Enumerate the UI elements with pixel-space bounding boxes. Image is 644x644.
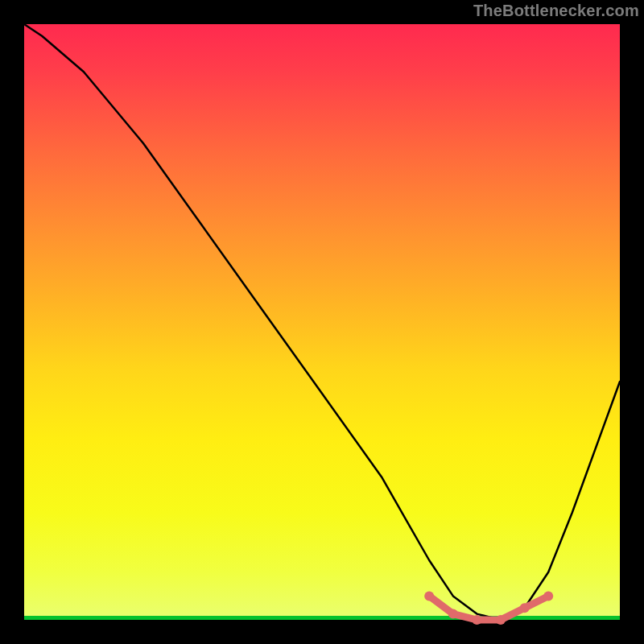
optimal-dot [424, 591, 434, 601]
bottleneck-curve [24, 24, 620, 620]
optimal-dot [448, 609, 458, 619]
plot-area [24, 24, 620, 620]
optimal-dot [472, 615, 481, 625]
optimal-dot [543, 591, 553, 601]
curve-svg [24, 24, 620, 620]
attribution-label: TheBottlenecker.com [473, 2, 639, 20]
chart-stage: TheBottlenecker.com [0, 0, 644, 644]
optimal-dot [496, 615, 506, 625]
optimal-dot [520, 603, 530, 613]
